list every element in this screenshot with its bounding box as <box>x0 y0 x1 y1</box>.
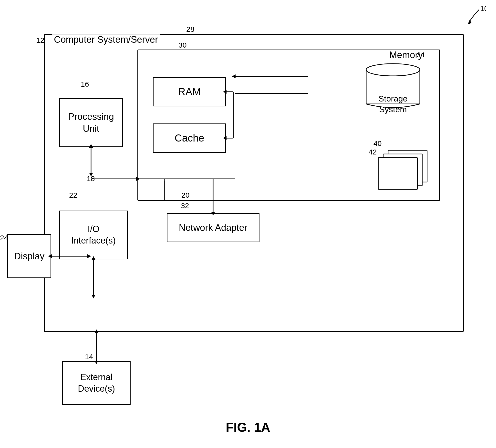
ref-30: 30 <box>178 41 186 49</box>
display-box: Display <box>7 234 51 278</box>
file-stack-svg <box>373 148 437 197</box>
io-interface-label: I/OInterface(s) <box>71 224 116 246</box>
storage-system-container: 34 StorageSystem <box>361 60 430 115</box>
ref-14: 14 <box>85 353 93 361</box>
svg-marker-21 <box>92 295 95 299</box>
ref-34: 34 <box>417 51 425 59</box>
storage-label: StorageSystem <box>361 93 425 115</box>
ref-20: 20 <box>181 191 189 199</box>
ref-40: 40 <box>373 139 382 148</box>
ref-42: 42 <box>369 148 377 156</box>
cache-label: Cache <box>174 132 204 144</box>
cache-box: Cache <box>153 123 226 153</box>
io-interface-box: I/OInterface(s) <box>59 210 128 259</box>
fig-label: FIG. 1A <box>226 420 270 434</box>
computer-system-box: Computer System/Server 28 Memory 30 RAM … <box>44 34 464 332</box>
ref-18: 18 <box>87 175 95 183</box>
files-container: 40 42 <box>373 148 437 198</box>
svg-marker-0 <box>468 20 472 24</box>
external-device-box: External Device(s) <box>62 361 131 405</box>
processing-unit-box: Processing Unit <box>59 98 123 147</box>
display-label: Display <box>14 251 45 262</box>
ref-16: 16 <box>81 80 89 88</box>
ref-24: 24 <box>0 234 8 242</box>
ref-32: 32 <box>181 202 189 210</box>
memory-box: Memory 30 RAM Cache 32 <box>138 49 440 201</box>
ref-10-arrow: 10 <box>457 5 486 29</box>
svg-text:10: 10 <box>480 5 486 13</box>
ram-box: RAM <box>153 77 226 106</box>
ref-22: 22 <box>69 191 77 199</box>
network-adapter-label: Network Adapter <box>179 223 248 233</box>
svg-point-8 <box>366 64 420 76</box>
page-container: 10 Computer System/Server 28 Memory 30 R… <box>0 0 496 448</box>
svg-rect-11 <box>378 158 418 189</box>
network-adapter-box: Network Adapter <box>167 213 260 242</box>
processing-unit-label: Processing Unit <box>60 111 122 135</box>
ref-28: 28 <box>186 25 194 33</box>
external-device-label: External Device(s) <box>63 372 130 395</box>
computer-system-label: Computer System/Server <box>52 34 160 45</box>
ref-12-label: 12 <box>36 36 44 45</box>
ram-label: RAM <box>178 86 201 98</box>
